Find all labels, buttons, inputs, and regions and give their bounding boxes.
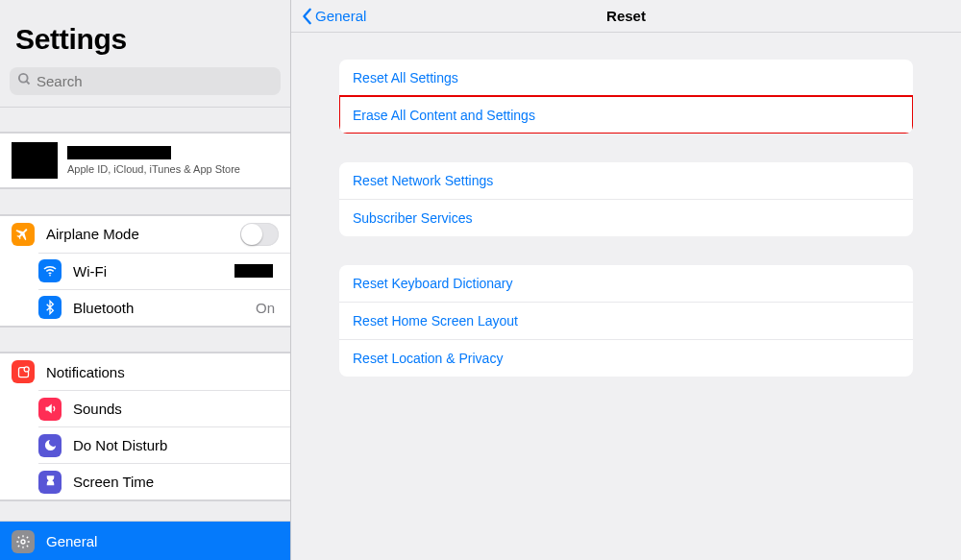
cell-reset-keyboard[interactable]: Reset Keyboard Dictionary — [339, 265, 913, 302]
spacer — [0, 500, 290, 522]
avatar — [12, 142, 58, 179]
account-name-redacted — [67, 146, 171, 159]
sidebar-header: Settings — [0, 0, 290, 63]
cell-reset-location-privacy[interactable]: Reset Location & Privacy — [339, 339, 913, 377]
cell-reset-network[interactable]: Reset Network Settings — [339, 162, 913, 199]
cell-reset-all-settings[interactable]: Reset All Settings — [339, 60, 913, 96]
group-alerts: Notifications Sounds Do Not Disturb Scre… — [0, 353, 290, 500]
chevron-left-icon — [301, 8, 314, 25]
svg-point-0 — [19, 74, 28, 83]
screentime-icon — [38, 471, 62, 494]
wifi-icon — [38, 259, 62, 282]
sounds-icon — [38, 398, 62, 421]
search-wrap — [0, 63, 290, 107]
wifi-label: Wi-Fi — [73, 263, 234, 280]
notifications-icon — [12, 360, 35, 383]
sounds-label: Sounds — [73, 401, 279, 417]
settings-sidebar: Settings Apple ID, iCloud, iTunes & App … — [0, 0, 291, 560]
page-title: Reset — [606, 8, 646, 24]
group-connectivity: Airplane Mode Wi-Fi Bluetooth On — [0, 215, 290, 327]
notifications-label: Notifications — [46, 364, 279, 380]
reset-group-2: Reset Network Settings Subscriber Servic… — [339, 162, 913, 236]
account-text: Apple ID, iCloud, iTunes & App Store — [67, 146, 240, 175]
row-bluetooth[interactable]: Bluetooth On — [38, 289, 290, 326]
svg-point-5 — [21, 540, 25, 544]
row-notifications[interactable]: Notifications — [0, 353, 290, 390]
row-wifi[interactable]: Wi-Fi — [38, 253, 290, 289]
bluetooth-label: Bluetooth — [73, 300, 256, 316]
screentime-label: Screen Time — [73, 474, 279, 490]
wifi-value-redacted — [234, 264, 273, 278]
airplane-icon — [12, 223, 35, 246]
back-label: General — [315, 8, 366, 24]
airplane-label: Airplane Mode — [46, 226, 240, 242]
reset-group-1: Reset All Settings Erase All Content and… — [339, 60, 913, 134]
row-dnd[interactable]: Do Not Disturb — [38, 426, 290, 463]
content: Reset All Settings Erase All Content and… — [291, 33, 961, 560]
navbar: General Reset — [291, 0, 961, 33]
svg-point-4 — [24, 367, 29, 372]
row-airplane-mode[interactable]: Airplane Mode — [0, 216, 290, 253]
cell-erase-all-content[interactable]: Erase All Content and Settings — [339, 96, 913, 134]
bluetooth-value: On — [256, 300, 275, 316]
reset-group-3: Reset Keyboard Dictionary Reset Home Scr… — [339, 265, 913, 377]
spacer — [0, 327, 290, 353]
spacer — [0, 188, 290, 214]
dnd-icon — [38, 434, 62, 457]
cell-reset-home-layout[interactable]: Reset Home Screen Layout — [339, 302, 913, 339]
main-pane: General Reset Reset All Settings Erase A… — [291, 0, 961, 560]
svg-point-2 — [49, 275, 51, 277]
account-row[interactable]: Apple ID, iCloud, iTunes & App Store — [0, 133, 290, 188]
airplane-toggle[interactable] — [240, 223, 279, 246]
search-icon — [17, 72, 32, 90]
cell-subscriber-services[interactable]: Subscriber Services — [339, 199, 913, 236]
dnd-label: Do Not Disturb — [73, 437, 279, 453]
search-bar[interactable] — [10, 67, 281, 95]
gear-icon — [12, 530, 35, 553]
search-input[interactable] — [37, 73, 273, 89]
row-screentime[interactable]: Screen Time — [38, 463, 290, 499]
bluetooth-icon — [38, 296, 62, 319]
svg-line-1 — [26, 81, 29, 84]
spacer — [0, 107, 290, 133]
row-general-selected[interactable]: General — [0, 522, 290, 560]
row-sounds[interactable]: Sounds — [38, 390, 290, 426]
back-button[interactable]: General — [301, 8, 366, 25]
account-sub: Apple ID, iCloud, iTunes & App Store — [67, 163, 240, 175]
settings-title: Settings — [15, 23, 275, 56]
general-label: General — [46, 533, 279, 549]
